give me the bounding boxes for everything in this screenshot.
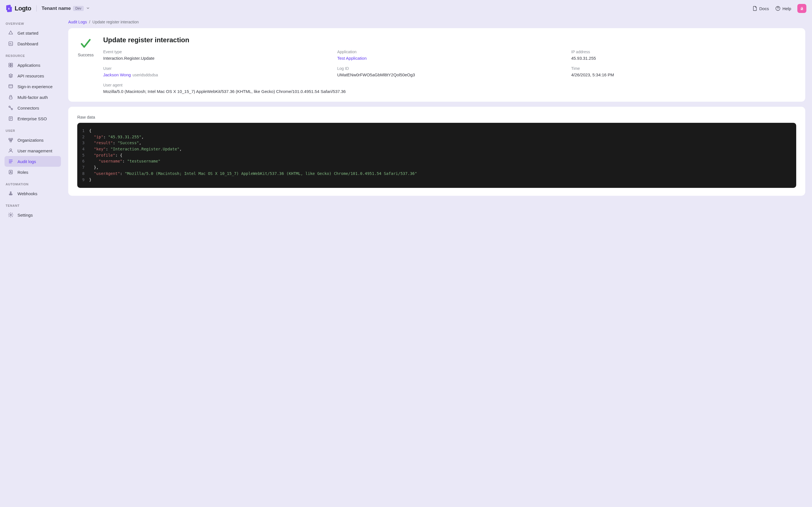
breadcrumb: Audit Logs / Update register interaction	[68, 20, 805, 24]
sidebar-item-label: Applications	[17, 63, 40, 68]
sidebar-item-applications[interactable]: Applications	[4, 60, 61, 70]
user-link[interactable]: Jackson Wong	[103, 72, 131, 77]
help-link[interactable]: Help	[775, 6, 791, 11]
sidebar-item-label: Organizations	[17, 138, 44, 143]
meta-user: User Jackson Wonguseridsddsdsa	[103, 66, 328, 77]
breadcrumb-sep: /	[89, 20, 90, 24]
sidebar-item-enterprise-sso[interactable]: Enterprise SSO	[4, 113, 61, 124]
code-line: 1{	[77, 128, 796, 134]
svg-rect-3	[9, 63, 10, 65]
code-line: 6 "username": "testusername"	[77, 158, 796, 165]
svg-rect-5	[9, 65, 10, 67]
enterprise-sso-icon	[8, 116, 13, 121]
logo-icon	[6, 4, 12, 12]
avatar[interactable]: й	[797, 4, 806, 13]
page-title: Update register interaction	[103, 36, 796, 44]
applications-icon	[8, 62, 13, 68]
svg-rect-13	[11, 138, 13, 140]
breadcrumb-current: Update register interaction	[93, 20, 139, 24]
dashboard-icon	[8, 41, 13, 47]
code-line: 4 "key": "Interaction.Register.Update",	[77, 146, 796, 152]
code-line: 2 "ip": "45.93.31.255",	[77, 134, 796, 140]
code-line: 8 "userAgent": "Mozilla/5.0 (Macintosh; …	[77, 171, 796, 177]
api-resources-icon	[8, 73, 13, 78]
code-line: 7 },	[77, 165, 796, 171]
svg-point-20	[10, 192, 11, 193]
divider	[36, 5, 37, 11]
help-label: Help	[782, 6, 791, 11]
svg-point-17	[10, 171, 11, 172]
svg-point-15	[10, 149, 12, 151]
svg-rect-4	[11, 63, 13, 65]
meta-ip: IP address 45.93.31.255	[571, 50, 796, 61]
roles-icon	[8, 169, 13, 175]
check-icon	[80, 37, 92, 50]
sidebar-item-user-mgmt[interactable]: User management	[4, 145, 61, 156]
sidebar-item-webhooks[interactable]: Webhooks	[4, 188, 61, 199]
raw-data-card: Raw data 1{2 "ip": "45.93.31.255",3 "res…	[68, 107, 805, 196]
raw-data-title: Raw data	[77, 115, 796, 119]
svg-rect-6	[11, 65, 13, 67]
sidebar-item-roles[interactable]: Roles	[4, 167, 61, 177]
sidebar-item-label: API resources	[17, 73, 44, 78]
meta-event-type: Event type Interaction.Register.Update	[103, 50, 328, 61]
sidebar: OVERVIEWGet startedDashboardRESOURCEAppl…	[0, 17, 65, 227]
sidebar-item-settings[interactable]: Settings	[4, 210, 61, 220]
sidebar-item-mfa[interactable]: Multi-factor auth	[4, 92, 61, 103]
sidebar-item-dashboard[interactable]: Dashboard	[4, 38, 61, 49]
sidebar-item-label: User management	[17, 149, 52, 153]
sidebar-item-get-started[interactable]: Get started	[4, 27, 61, 38]
sidebar-item-label: Get started	[17, 31, 38, 36]
meta-application: Application Test Application	[337, 50, 562, 61]
sidebar-section-label: USER	[4, 124, 61, 135]
logo[interactable]: Logto	[6, 4, 31, 12]
sign-in-exp-icon	[8, 83, 13, 89]
organizations-icon	[8, 137, 13, 143]
sidebar-item-audit-logs[interactable]: Audit logs	[4, 156, 61, 167]
main-content: Audit Logs / Update register interaction…	[65, 17, 812, 227]
sidebar-section-label: RESOURCE	[4, 49, 61, 60]
svg-rect-7	[9, 84, 12, 88]
code-line: 9}	[77, 177, 796, 183]
code-line: 3 "result": "Success",	[77, 140, 796, 146]
sidebar-item-label: Sign-in experience	[17, 84, 52, 89]
audit-logs-icon	[8, 159, 13, 164]
sidebar-item-label: Settings	[17, 213, 33, 217]
mfa-icon	[8, 94, 13, 100]
sidebar-item-label: Enterprise SSO	[17, 116, 47, 121]
breadcrumb-parent[interactable]: Audit Logs	[68, 20, 87, 24]
sidebar-item-label: Audit logs	[17, 159, 36, 164]
sidebar-item-sign-in-exp[interactable]: Sign-in experience	[4, 81, 61, 92]
sidebar-item-label: Connectors	[17, 106, 39, 110]
svg-rect-0	[8, 8, 9, 10]
svg-rect-8	[9, 97, 12, 99]
connectors-icon	[8, 105, 13, 111]
sidebar-item-label: Dashboard	[17, 41, 38, 46]
status-column: Success	[77, 36, 94, 94]
user-mgmt-icon	[8, 148, 13, 154]
status-label: Success	[78, 52, 94, 57]
svg-rect-12	[9, 138, 10, 140]
tenant-name: Tenant name	[42, 6, 71, 11]
webhooks-icon	[8, 191, 13, 196]
topbar: Logto Tenant name Dev Docs Help й	[0, 0, 812, 17]
svg-rect-11	[9, 117, 12, 120]
sidebar-section-label: TENANT	[4, 199, 61, 210]
chevron-down-icon	[86, 6, 90, 11]
application-link[interactable]: Test Application	[337, 56, 366, 61]
code-line: 5 "profile": {	[77, 152, 796, 159]
sidebar-item-organizations[interactable]: Organizations	[4, 135, 61, 145]
settings-icon	[8, 212, 13, 218]
user-id: useridsddsdsa	[133, 73, 158, 77]
docs-link[interactable]: Docs	[752, 6, 769, 11]
meta-user-agent: User agent Mozilla/5.0 (Macintosh; Intel…	[103, 83, 796, 94]
tenant-switcher[interactable]: Tenant name Dev	[42, 6, 90, 11]
tenant-badge: Dev	[73, 6, 84, 11]
help-icon	[775, 6, 781, 11]
sidebar-item-api-resources[interactable]: API resources	[4, 70, 61, 81]
sidebar-item-connectors[interactable]: Connectors	[4, 103, 61, 113]
code-block: 1{2 "ip": "45.93.31.255",3 "result": "Su…	[77, 123, 796, 188]
svg-rect-14	[10, 140, 11, 142]
svg-point-21	[10, 214, 11, 216]
doc-icon	[752, 6, 758, 11]
